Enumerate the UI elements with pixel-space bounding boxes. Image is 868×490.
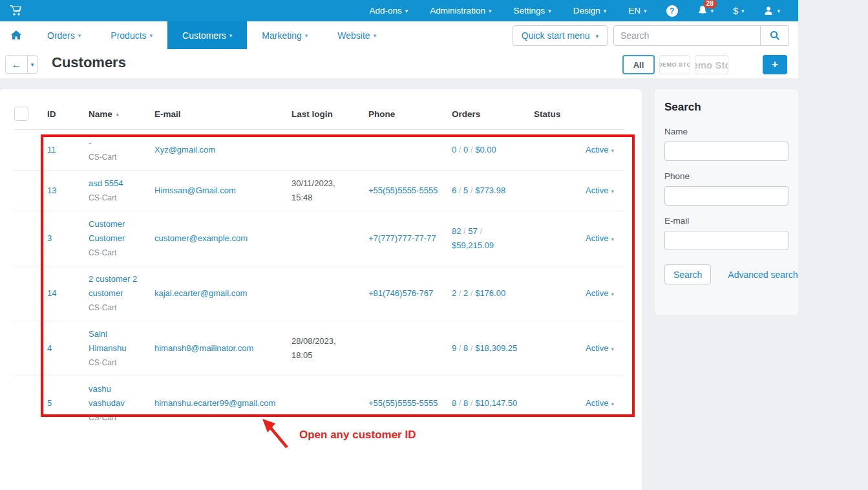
customer-email-link[interactable]: Xyz@gmail.com [154, 145, 215, 154]
customer-email-link[interactable]: himansh8@mailinator.com [154, 343, 253, 353]
topbar-menu-administration[interactable]: Administration▾ [430, 6, 491, 16]
customer-orders-total-link[interactable]: $773.98 [475, 186, 505, 195]
customer-name-link[interactable]: asd 5554 [89, 178, 123, 188]
main-nav: Orders▾Products▾Customers▾Marketing▾Webs… [0, 21, 798, 49]
column-header-phone[interactable]: Phone [368, 107, 452, 130]
customer-orders-total-link[interactable]: $59,215.09 [452, 240, 494, 250]
back-button[interactable]: ← [6, 56, 27, 73]
account-menu[interactable]: ▾ [763, 6, 780, 16]
help-icon[interactable]: ? [666, 5, 678, 17]
customer-orders-total-link[interactable]: $0.00 [475, 145, 496, 154]
search-input[interactable] [613, 25, 761, 46]
status-dropdown[interactable]: Active [586, 398, 608, 408]
customer-name-link[interactable]: vashu vashudav [89, 384, 125, 408]
search-actions: Search Advanced search [664, 264, 789, 284]
nav-item-customers[interactable]: Customers▾ [167, 21, 247, 49]
topbar-menu-design[interactable]: Design▾ [573, 6, 607, 16]
customer-id-link[interactable]: 4 [47, 343, 52, 353]
customer-row-14: 142 customer 2 customerCS-Cartkajal.ecar… [14, 266, 624, 321]
status-dropdown[interactable]: Active [586, 288, 608, 298]
add-customer-button[interactable]: + [763, 55, 787, 74]
chevron-down-icon: ▾ [229, 32, 233, 39]
customer-row-3: 3Customer CustomerCS-Cartcustomer@exampl… [14, 211, 624, 266]
customer-row-5: 5vashu vashudavCS-Carthimanshu.ecarter99… [14, 376, 624, 431]
customer-id-link[interactable]: 11 [47, 145, 56, 154]
customer-id-link[interactable]: 14 [47, 288, 56, 298]
nav-items: Orders▾Products▾Customers▾Marketing▾Webs… [32, 21, 391, 49]
sidebar-search-button[interactable]: Search [664, 264, 711, 284]
customer-orders-cell: 9 / 8 / $18,309.25 [452, 321, 534, 376]
nav-item-marketing[interactable]: Marketing▾ [247, 21, 323, 49]
home-button[interactable] [0, 21, 32, 49]
customer-orders-total-link[interactable]: $18,309.25 [475, 343, 517, 353]
cart-icon[interactable] [10, 5, 22, 16]
chevron-down-icon: ▾ [305, 32, 308, 39]
page-header: ← ▾ Customers All DEMO STO emo Sto + [0, 49, 798, 78]
nav-item-website[interactable]: Website▾ [323, 21, 391, 49]
advanced-search-link[interactable]: Advanced search [728, 270, 798, 280]
customer-email-link[interactable]: himanshu.ecarter99@gmail.com [154, 398, 275, 408]
column-header-orders[interactable]: Orders [452, 107, 534, 130]
customer-phone-link[interactable]: +7(777)777-77-77 [368, 233, 436, 243]
currency-menu[interactable]: $ ▾ [733, 6, 744, 16]
search-panel-title: Search [664, 101, 789, 114]
customer-phone-link[interactable]: +81(746)576-767 [368, 288, 433, 298]
topbar-menu-en[interactable]: EN▾ [628, 6, 646, 16]
customer-phone-link[interactable]: +55(55)5555-5555 [368, 398, 438, 408]
home-icon [11, 30, 21, 40]
search-field-label-phone: Phone [664, 171, 789, 181]
nav-item-products[interactable]: Products▾ [96, 21, 167, 49]
status-dropdown[interactable]: Active [586, 233, 608, 243]
customer-name-link[interactable]: - [89, 138, 91, 147]
customer-id-link[interactable]: 5 [47, 398, 52, 408]
customer-orders-count-link[interactable]: 82 [452, 226, 461, 236]
search-field-input-phone[interactable] [664, 186, 789, 206]
chevron-down-icon: ▾ [31, 61, 34, 68]
search-panel: Search NamePhoneE-mail Search Advanced s… [655, 89, 798, 315]
customer-storefront: CS-Cart [89, 246, 144, 260]
status-dropdown[interactable]: Active [586, 343, 608, 353]
column-header-status[interactable]: Status [534, 107, 624, 130]
customers-card: ID Name▲ E-mail Last login Phone Orders … [0, 89, 642, 490]
customer-phone-link[interactable]: +55(55)5555-5555 [368, 186, 438, 195]
column-header-last-login[interactable]: Last login [291, 107, 368, 130]
notifications-button[interactable]: 28 ▾ [697, 5, 714, 16]
customer-name-link[interactable]: 2 customer 2 customer [89, 274, 137, 298]
back-dropdown-button[interactable]: ▾ [27, 56, 37, 73]
column-header-id[interactable]: ID [47, 107, 89, 130]
column-header-email[interactable]: E-mail [154, 107, 291, 130]
plus-icon: + [772, 58, 778, 70]
select-all-checkbox[interactable] [14, 107, 28, 121]
customer-name-link[interactable]: Customer Customer [89, 219, 125, 243]
search-button[interactable] [761, 25, 789, 46]
quick-start-menu-button[interactable]: Quick start menu ▾ [513, 25, 608, 46]
customer-email-link[interactable]: kajal.ecarter@gmail.com [154, 288, 247, 298]
store-filter-demo-store-1[interactable]: DEMO STO [659, 55, 690, 74]
customer-row-4: 4Saini HimanshuCS-Carthimansh8@mailinato… [14, 321, 624, 376]
select-all-cell [14, 107, 47, 130]
chevron-down-icon: ▾ [405, 8, 408, 14]
column-header-name[interactable]: Name▲ [89, 107, 154, 130]
chevron-down-icon: ▾ [611, 147, 614, 154]
back-arrow-icon: ← [12, 59, 22, 70]
status-dropdown[interactable]: Active [586, 145, 608, 154]
customer-id-link[interactable]: 13 [47, 186, 56, 195]
store-filter-demo-store-2[interactable]: emo Sto [695, 55, 728, 74]
customer-orders-total-link[interactable]: $176.00 [475, 288, 505, 298]
store-filter-all[interactable]: All [622, 55, 655, 74]
status-dropdown[interactable]: Active [586, 186, 608, 195]
sort-ascending-icon: ▲ [115, 111, 120, 117]
nav-item-orders[interactable]: Orders▾ [32, 21, 96, 49]
customer-email-link[interactable]: customer@example.com [154, 233, 248, 243]
search-field-input-e-mail[interactable] [664, 231, 789, 250]
topbar-menu-settings[interactable]: Settings▾ [513, 6, 551, 16]
customer-orders-total-link[interactable]: $10,147.50 [475, 398, 517, 408]
topbar-menu-add-ons[interactable]: Add-ons▾ [370, 6, 408, 16]
customer-id-link[interactable]: 3 [47, 233, 52, 243]
customer-name-link[interactable]: Saini Himanshu [89, 329, 127, 353]
customer-orders-count-link[interactable]: 57 [468, 226, 477, 236]
customer-orders-cell: 6 / 5 / $773.98 [452, 171, 534, 211]
search-field-input-name[interactable] [664, 142, 789, 161]
chevron-down-icon: ▾ [595, 33, 598, 39]
customer-email-link[interactable]: Himssan@Gmail.com [154, 186, 236, 195]
